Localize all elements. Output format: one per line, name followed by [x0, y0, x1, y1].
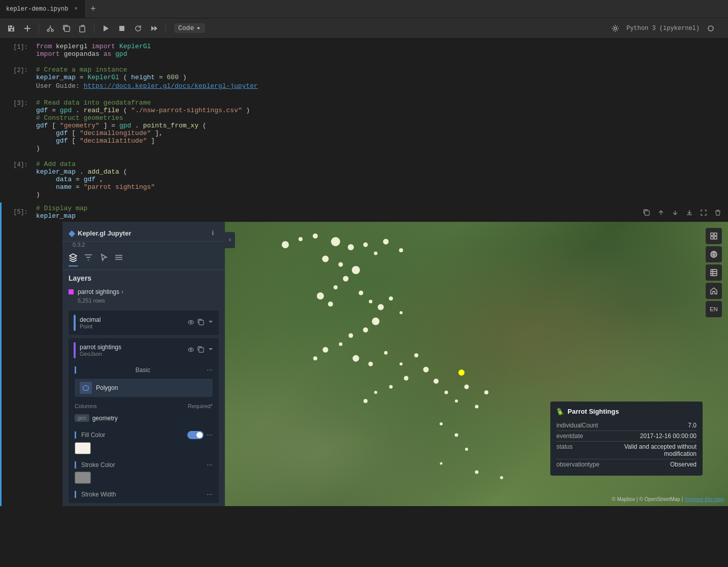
- cell-1-content[interactable]: from keplergl import KeplerGl import geo…: [32, 41, 728, 60]
- sighting-dot[interactable]: [383, 239, 389, 245]
- fill-menu-icon[interactable]: ⋯: [207, 431, 213, 439]
- sighting-dot[interactable]: [458, 370, 465, 376]
- save-button[interactable]: [4, 21, 18, 36]
- copy-output-button[interactable]: [641, 207, 653, 219]
- sighting-dot[interactable]: [464, 384, 469, 389]
- stroke-width-menu-icon[interactable]: ⋯: [207, 491, 213, 498]
- restart-button[interactable]: [131, 21, 145, 36]
- sighting-dot[interactable]: [313, 234, 318, 239]
- settings-button[interactable]: [608, 21, 622, 36]
- improve-map-link[interactable]: Improve this map: [685, 496, 724, 502]
- sighting-dot[interactable]: [343, 276, 348, 282]
- sighting-dot[interactable]: [352, 266, 360, 274]
- run-button[interactable]: [98, 21, 113, 36]
- sighting-dot[interactable]: [328, 302, 333, 307]
- sighting-dot[interactable]: [400, 362, 403, 365]
- sighting-dot[interactable]: [500, 476, 503, 479]
- sighting-dot[interactable]: [454, 433, 458, 437]
- close-tab-button[interactable]: ×: [72, 6, 79, 13]
- cell-type-dropdown[interactable]: Code: [174, 23, 205, 33]
- collapse-sidebar-button[interactable]: ‹: [225, 232, 235, 248]
- notebook-tab[interactable]: kepler-demo.ipynb ×: [0, 0, 86, 18]
- sighting-dot[interactable]: [358, 291, 363, 295]
- move-down-button[interactable]: [669, 207, 681, 219]
- sighting-dot[interactable]: [389, 385, 393, 388]
- map-table-button[interactable]: [706, 264, 722, 281]
- sighting-dot[interactable]: [363, 399, 368, 403]
- map-language-button[interactable]: EN: [706, 301, 722, 317]
- sighting-dot[interactable]: [322, 255, 329, 262]
- sighting-dot[interactable]: [440, 462, 443, 465]
- visibility-toggle-parrot[interactable]: [187, 346, 194, 355]
- sighting-dot[interactable]: [363, 242, 368, 247]
- sighting-dot[interactable]: [317, 292, 324, 299]
- sighting-dot[interactable]: [445, 391, 448, 394]
- expand-decimal[interactable]: [208, 319, 214, 327]
- cell-2-content[interactable]: # Create a map instance kepler_map = Kep…: [32, 64, 728, 93]
- copy-button[interactable]: [59, 21, 74, 36]
- sighting-dot[interactable]: [334, 285, 338, 289]
- sighting-dot[interactable]: [399, 248, 403, 252]
- sighting-dot[interactable]: [465, 448, 468, 451]
- fill-color-swatch[interactable]: [75, 442, 91, 454]
- tab-settings[interactable]: [114, 251, 123, 266]
- sighting-dot[interactable]: [372, 318, 380, 325]
- move-up-button[interactable]: [655, 207, 667, 219]
- sighting-dot[interactable]: [423, 367, 429, 373]
- sighting-dot[interactable]: [374, 251, 378, 255]
- sighting-dot[interactable]: [352, 355, 359, 361]
- kernel-status-button[interactable]: [704, 21, 718, 36]
- stroke-color-swatch[interactable]: [75, 472, 91, 484]
- stroke-menu-icon[interactable]: ⋯: [207, 461, 213, 469]
- layer-parrot-item[interactable]: parrot sightings ›: [69, 286, 219, 297]
- sighting-dot[interactable]: [331, 237, 340, 246]
- map-home-button[interactable]: [706, 283, 722, 299]
- sighting-dot[interactable]: [389, 296, 393, 301]
- basic-menu-icon[interactable]: ⋯: [207, 366, 213, 374]
- sighting-dot[interactable]: [414, 353, 418, 357]
- add-cell-button[interactable]: [20, 21, 35, 36]
- download-button[interactable]: [683, 207, 696, 219]
- sighting-dot[interactable]: [323, 347, 328, 353]
- sighting-dot[interactable]: [475, 405, 478, 409]
- tab-layers[interactable]: [69, 251, 78, 266]
- sighting-dot[interactable]: [369, 362, 373, 366]
- paste-button[interactable]: [76, 21, 90, 36]
- sighting-dot[interactable]: [282, 241, 289, 248]
- sighting-dot[interactable]: [400, 311, 403, 314]
- expand-parrot[interactable]: [208, 346, 214, 355]
- tab-interactions[interactable]: [99, 251, 108, 266]
- duplicate-button-parrot[interactable]: [197, 346, 205, 355]
- tab-filters[interactable]: [84, 251, 93, 266]
- sighting-dot[interactable]: [363, 327, 368, 332]
- sighting-dot[interactable]: [484, 390, 488, 394]
- map-view[interactable]: ‹: [225, 222, 728, 506]
- sighting-dot[interactable]: [440, 422, 443, 425]
- sighting-dot[interactable]: [348, 244, 354, 250]
- sighting-dot[interactable]: [369, 299, 373, 303]
- sighting-dot[interactable]: [404, 376, 408, 381]
- map-globe-button[interactable]: [706, 246, 722, 262]
- interrupt-button[interactable]: [115, 21, 129, 36]
- new-tab-button[interactable]: +: [86, 2, 100, 16]
- sighting-dot[interactable]: [313, 356, 317, 360]
- sighting-dot[interactable]: [384, 351, 388, 354]
- cut-button[interactable]: [43, 21, 57, 36]
- sighting-dot[interactable]: [455, 399, 458, 403]
- sighting-dot[interactable]: [374, 391, 377, 394]
- sighting-dot[interactable]: [338, 262, 343, 267]
- map-grid-button[interactable]: [706, 228, 722, 244]
- sighting-dot[interactable]: [299, 237, 303, 241]
- cell-4-content[interactable]: # Add data kepler_map . add_data ( data …: [32, 158, 728, 201]
- sighting-dot[interactable]: [339, 342, 342, 346]
- expand-button[interactable]: [698, 207, 710, 219]
- polygon-selector[interactable]: Polygon: [75, 379, 213, 397]
- sighting-dot[interactable]: [348, 333, 353, 338]
- basic-section-header[interactable]: Basic ⋯: [75, 364, 213, 376]
- user-guide-link[interactable]: https://docs.kepler.gl/docs/keplergl-jup…: [84, 82, 258, 90]
- fill-color-toggle[interactable]: [187, 431, 204, 439]
- delete-button[interactable]: [712, 207, 724, 219]
- restart-run-button[interactable]: [147, 21, 161, 36]
- panel-info-button[interactable]: ℹ: [207, 227, 219, 239]
- duplicate-button-decimal[interactable]: [197, 319, 205, 327]
